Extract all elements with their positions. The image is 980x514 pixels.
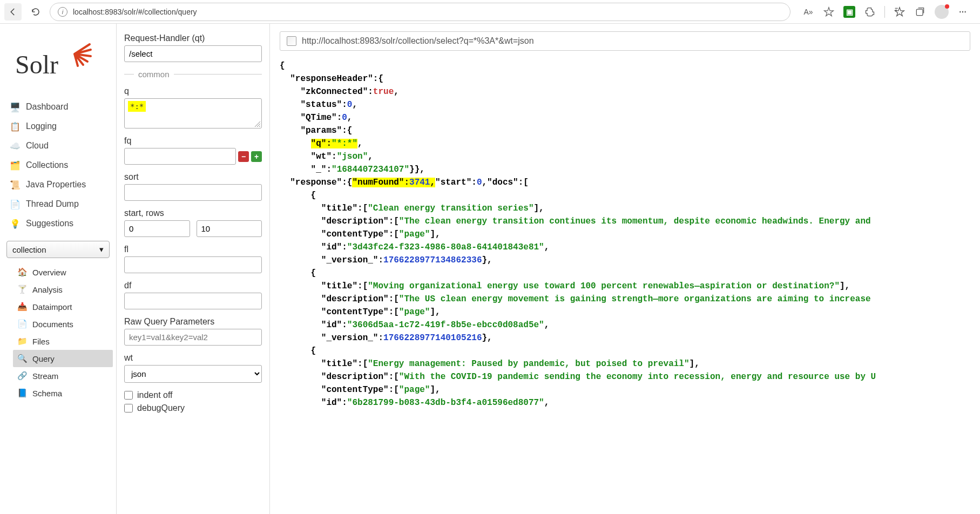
nav-suggestions[interactable]: 💡Suggestions <box>0 214 116 233</box>
subnav-query[interactable]: 🔍Query <box>13 350 113 367</box>
favorites-list-icon[interactable] <box>894 6 905 18</box>
thread-icon: 📄 <box>10 199 21 209</box>
analysis-icon: 🍸 <box>17 285 27 294</box>
fq-label: fq <box>124 136 262 146</box>
fl-input[interactable] <box>124 256 262 273</box>
back-button[interactable] <box>4 3 22 21</box>
cloud-icon: ☁️ <box>10 140 21 151</box>
subnav-schema[interactable]: 📘Schema <box>0 384 116 402</box>
solr-logo[interactable]: Solr <box>0 35 116 97</box>
common-section-label: common <box>124 70 262 79</box>
fq-remove-button[interactable]: − <box>238 151 249 162</box>
fq-add-button[interactable]: + <box>251 151 262 162</box>
refresh-button[interactable] <box>27 3 44 21</box>
subnav-dataimport[interactable]: 📥Dataimport <box>0 298 116 315</box>
extensions-icon[interactable] <box>864 6 876 18</box>
subnav-analysis[interactable]: 🍸Analysis <box>0 281 116 298</box>
chevron-down-icon: ▾ <box>99 245 104 254</box>
schema-icon: 📘 <box>17 388 27 398</box>
text-size-icon[interactable]: A» <box>802 6 814 18</box>
svg-rect-0 <box>916 9 923 16</box>
request-handler-input[interactable] <box>124 45 262 62</box>
df-input[interactable] <box>124 293 262 309</box>
dataimport-icon: 📥 <box>17 302 27 312</box>
nav-thread-dump[interactable]: 📄Thread Dump <box>0 194 116 214</box>
nav-collections[interactable]: 🗂️Collections <box>0 155 116 175</box>
dashboard-icon: 🖥️ <box>10 102 21 112</box>
stream-icon: 🔗 <box>17 371 27 381</box>
profile-avatar[interactable] <box>935 5 949 19</box>
favorite-icon[interactable] <box>823 6 835 18</box>
svg-text:Solr: Solr <box>15 50 58 79</box>
subnav-overview[interactable]: 🏠Overview <box>0 263 116 281</box>
indent-label: indent off <box>137 390 173 400</box>
q-textarea[interactable]: *:* <box>128 101 146 112</box>
wt-select[interactable]: json <box>124 365 262 383</box>
raw-params-label: Raw Query Parameters <box>124 317 262 327</box>
df-label: df <box>124 281 262 290</box>
subnav-files[interactable]: 📁Files <box>0 333 116 350</box>
files-icon: 📁 <box>17 336 27 346</box>
fl-label: fl <box>124 245 262 254</box>
sort-input[interactable] <box>124 184 262 201</box>
collections-icon[interactable] <box>914 6 926 18</box>
fq-input[interactable] <box>124 148 236 165</box>
result-url-bar[interactable]: http://localhost:8983/solr/collection/se… <box>280 31 970 51</box>
subnav-stream[interactable]: 🔗Stream <box>0 367 116 384</box>
nav-java-properties[interactable]: 📜Java Properties <box>0 175 116 194</box>
request-handler-label: Request-Handler (qt) <box>124 33 262 43</box>
indent-checkbox[interactable] <box>124 391 133 400</box>
nav-dashboard[interactable]: 🖥️Dashboard <box>0 97 116 117</box>
sort-label: sort <box>124 172 262 182</box>
site-info-icon[interactable]: i <box>58 7 67 17</box>
collection-dropdown[interactable]: collection▾ <box>6 241 110 258</box>
address-bar[interactable]: i localhost:8983/solr/#/collection/query <box>50 3 790 21</box>
result-url-text: http://localhost:8983/solr/collection/se… <box>302 36 534 46</box>
subnav-documents[interactable]: 📄Documents <box>0 315 116 333</box>
url-text: localhost:8983/solr/#/collection/query <box>73 8 197 16</box>
home-icon: 🏠 <box>17 267 27 277</box>
collections-nav-icon: 🗂️ <box>10 160 21 171</box>
ext-icon[interactable]: ▣ <box>843 6 855 18</box>
json-response: { "responseHeader":{ "zkConnected":true,… <box>280 59 970 409</box>
resize-handle-icon[interactable] <box>255 121 260 127</box>
start-rows-label: start, rows <box>124 208 262 218</box>
suggestions-icon: 💡 <box>10 218 21 229</box>
nav-logging[interactable]: 📋Logging <box>0 117 116 136</box>
query-icon: 🔍 <box>17 354 27 363</box>
wt-label: wt <box>124 353 262 363</box>
raw-params-input[interactable] <box>124 329 262 346</box>
rows-input[interactable] <box>197 220 262 237</box>
java-icon: 📜 <box>10 179 21 190</box>
logging-icon: 📋 <box>10 121 21 132</box>
documents-icon: 📄 <box>17 319 27 329</box>
nav-cloud[interactable]: ☁️Cloud <box>0 136 116 155</box>
more-icon[interactable]: ⋯ <box>957 6 969 18</box>
link-icon <box>287 36 296 46</box>
debug-label: debugQuery <box>137 403 185 413</box>
q-label: q <box>124 86 262 96</box>
start-input[interactable] <box>124 220 190 237</box>
debug-checkbox[interactable] <box>124 404 133 412</box>
